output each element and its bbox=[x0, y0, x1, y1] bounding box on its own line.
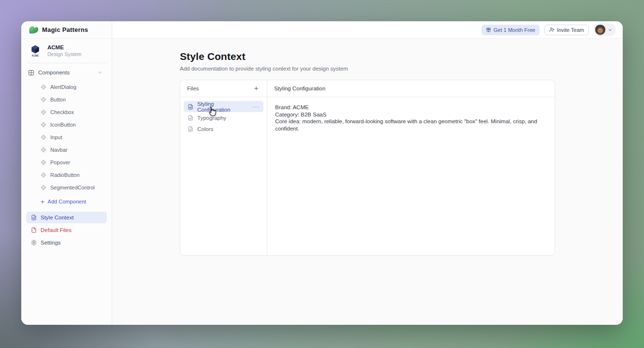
grid-icon bbox=[28, 70, 34, 76]
file-icon bbox=[31, 227, 37, 233]
component-icon bbox=[41, 134, 46, 140]
component-label: Popover bbox=[50, 160, 70, 165]
component-list: AlertDialog Button Checkbox IconButton I… bbox=[21, 79, 112, 194]
sidebar-item-iconbutton[interactable]: IconButton bbox=[21, 118, 112, 131]
file-menu-ellipsis[interactable]: ··· bbox=[252, 105, 260, 109]
plus-icon: + bbox=[41, 199, 44, 204]
invite-team-label: Invite Team bbox=[557, 27, 584, 33]
avatar bbox=[595, 24, 606, 35]
sidebar: Magic Patterns ACME ACME Design System C… bbox=[21, 21, 112, 325]
component-label: IconButton bbox=[50, 122, 76, 128]
workspace-logo: ACME bbox=[28, 44, 43, 57]
component-label: Navbar bbox=[50, 147, 67, 153]
component-label: SegmentedControl bbox=[50, 185, 95, 190]
gift-icon bbox=[486, 27, 491, 32]
detail-line-brand: Brand: ACME bbox=[275, 104, 547, 111]
chevron-down-icon bbox=[97, 70, 103, 75]
detail-line-category: Category: B2B SaaS bbox=[275, 111, 547, 118]
add-component-label: Add Component bbox=[48, 199, 87, 204]
component-label: RadioButton bbox=[50, 172, 80, 178]
page-subtitle: Add documentation to provide styling con… bbox=[180, 66, 555, 72]
sidebar-nav: Style Context Default Files Settings bbox=[21, 212, 112, 248]
style-context-panel: Files Styling Configuration ··· bbox=[180, 80, 555, 256]
main-content: Style Context Add documentation to provi… bbox=[112, 39, 623, 325]
file-row-colors[interactable]: Colors bbox=[184, 123, 263, 134]
acme-cube-icon bbox=[30, 44, 40, 54]
sidebar-item-alertdialog[interactable]: AlertDialog bbox=[21, 81, 112, 93]
component-icon bbox=[41, 97, 46, 102]
account-menu[interactable] bbox=[594, 23, 616, 36]
app-logo-row[interactable]: Magic Patterns bbox=[21, 21, 112, 39]
sidebar-item-input[interactable]: Input bbox=[21, 131, 112, 144]
file-name: Colors bbox=[197, 126, 213, 132]
topbar: Get 1 Month Free Invite Team bbox=[112, 21, 623, 39]
files-header-label: Files bbox=[187, 86, 199, 91]
nav-label: Style Context bbox=[41, 215, 73, 220]
sidebar-divider bbox=[27, 63, 106, 63]
gear-icon bbox=[31, 240, 37, 246]
components-section-label: Components bbox=[38, 70, 70, 75]
component-icon bbox=[41, 185, 46, 190]
component-icon bbox=[41, 122, 46, 128]
workspace-subtitle: Design System bbox=[47, 51, 82, 57]
detail-line-core-idea: Core idea: modern, reliable, forward-loo… bbox=[275, 118, 547, 132]
magic-patterns-logo-icon bbox=[28, 25, 39, 35]
file-text-icon bbox=[31, 215, 37, 220]
component-icon bbox=[41, 147, 46, 153]
sidebar-item-popover[interactable]: Popover bbox=[21, 156, 112, 169]
workspace-switcher[interactable]: ACME ACME Design System bbox=[21, 39, 112, 61]
file-text-icon bbox=[188, 115, 193, 121]
workspace-logo-label: ACME bbox=[32, 55, 39, 57]
app-logo-text: Magic Patterns bbox=[42, 26, 88, 33]
component-icon bbox=[41, 172, 46, 178]
component-label: AlertDialog bbox=[50, 84, 76, 90]
sidebar-item-radiobutton[interactable]: RadioButton bbox=[21, 169, 112, 181]
detail-header: Styling Configuration bbox=[267, 80, 555, 97]
app-window: Magic Patterns ACME ACME Design System C… bbox=[21, 21, 623, 325]
files-column: Files Styling Configuration ··· bbox=[180, 80, 267, 255]
nav-label: Settings bbox=[41, 240, 61, 246]
component-icon bbox=[41, 109, 46, 115]
user-plus-icon bbox=[549, 27, 555, 32]
file-text-icon bbox=[188, 104, 193, 110]
component-label: Checkbox bbox=[50, 109, 74, 115]
sidebar-item-button[interactable]: Button bbox=[21, 93, 112, 106]
promo-button-label: Get 1 Month Free bbox=[494, 27, 535, 33]
add-component-button[interactable]: + Add Component bbox=[21, 195, 112, 208]
nav-label: Default Files bbox=[41, 227, 72, 233]
file-name: Typography bbox=[197, 115, 226, 121]
workspace-name: ACME bbox=[47, 44, 82, 51]
sidebar-item-navbar[interactable]: Navbar bbox=[21, 144, 112, 156]
page-title: Style Context bbox=[180, 51, 555, 62]
chevron-down-icon bbox=[608, 28, 613, 32]
component-icon bbox=[41, 160, 46, 165]
component-icon bbox=[41, 84, 46, 90]
sidebar-item-style-context[interactable]: Style Context bbox=[26, 212, 107, 223]
add-file-button[interactable] bbox=[252, 85, 260, 92]
file-row-typography[interactable]: Typography bbox=[184, 112, 263, 123]
file-text-icon bbox=[188, 126, 193, 132]
sidebar-item-default-files[interactable]: Default Files bbox=[26, 224, 107, 236]
sidebar-item-checkbox[interactable]: Checkbox bbox=[21, 106, 112, 118]
components-section-header[interactable]: Components bbox=[21, 66, 112, 79]
files-header: Files bbox=[180, 80, 267, 97]
sidebar-item-settings[interactable]: Settings bbox=[26, 237, 107, 248]
file-name: Styling Configuration bbox=[197, 101, 245, 113]
invite-team-button[interactable]: Invite Team bbox=[544, 25, 589, 35]
file-row-styling-configuration[interactable]: Styling Configuration ··· bbox=[184, 101, 263, 112]
component-label: Button bbox=[50, 97, 66, 102]
component-label: Input bbox=[50, 134, 62, 140]
detail-body[interactable]: Brand: ACME Category: B2B SaaS Core idea… bbox=[267, 97, 555, 139]
sidebar-item-segmentedcontrol[interactable]: SegmentedControl bbox=[21, 181, 112, 194]
file-list: Styling Configuration ··· Typography Col… bbox=[180, 97, 267, 138]
plus-icon bbox=[253, 86, 259, 91]
detail-column: Styling Configuration Brand: ACME Catego… bbox=[267, 80, 555, 255]
promo-button[interactable]: Get 1 Month Free bbox=[482, 25, 540, 35]
